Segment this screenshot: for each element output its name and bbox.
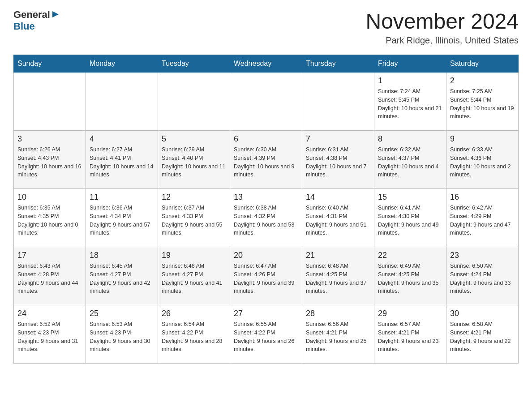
calendar-cell: 22Sunrise: 6:49 AMSunset: 4:25 PMDayligh… bbox=[374, 247, 446, 305]
day-info: Sunrise: 6:37 AMSunset: 4:33 PMDaylight:… bbox=[162, 204, 226, 237]
calendar-cell bbox=[158, 73, 230, 131]
day-info: Sunrise: 6:33 AMSunset: 4:36 PMDaylight:… bbox=[450, 146, 515, 179]
day-info: Sunrise: 6:38 AMSunset: 4:32 PMDaylight:… bbox=[234, 204, 298, 237]
day-number: 3 bbox=[17, 134, 82, 144]
day-number: 23 bbox=[450, 251, 515, 260]
day-info: Sunrise: 6:55 AMSunset: 4:22 PMDaylight:… bbox=[234, 320, 298, 354]
day-info: Sunrise: 6:54 AMSunset: 4:22 PMDaylight:… bbox=[162, 320, 226, 354]
day-info: Sunrise: 6:49 AMSunset: 4:25 PMDaylight:… bbox=[378, 262, 442, 295]
day-number: 2 bbox=[450, 76, 515, 86]
calendar-cell: 15Sunrise: 6:41 AMSunset: 4:30 PMDayligh… bbox=[374, 189, 446, 247]
day-info: Sunrise: 6:27 AMSunset: 4:41 PMDaylight:… bbox=[90, 146, 154, 179]
day-info: Sunrise: 6:30 AMSunset: 4:39 PMDaylight:… bbox=[234, 146, 298, 179]
title-section: November 2024 Park Ridge, Illinois, Unit… bbox=[365, 9, 519, 46]
header-wednesday: Wednesday bbox=[230, 55, 302, 73]
calendar-cell: 3Sunrise: 6:26 AMSunset: 4:43 PMDaylight… bbox=[14, 131, 86, 189]
calendar-cell bbox=[86, 73, 158, 131]
day-number: 22 bbox=[378, 251, 442, 260]
day-number: 25 bbox=[90, 309, 154, 318]
header-monday: Monday bbox=[86, 55, 158, 73]
calendar-week-4: 17Sunrise: 6:43 AMSunset: 4:28 PMDayligh… bbox=[14, 247, 519, 305]
day-number: 26 bbox=[162, 309, 226, 318]
calendar-cell: 9Sunrise: 6:33 AMSunset: 4:36 PMDaylight… bbox=[446, 131, 519, 189]
calendar-cell: 18Sunrise: 6:45 AMSunset: 4:27 PMDayligh… bbox=[86, 247, 158, 305]
day-number: 29 bbox=[378, 309, 442, 318]
day-info: Sunrise: 7:24 AMSunset: 5:45 PMDaylight:… bbox=[378, 87, 442, 121]
calendar-cell: 5Sunrise: 6:29 AMSunset: 4:40 PMDaylight… bbox=[158, 131, 230, 189]
day-number: 12 bbox=[162, 193, 226, 202]
day-info: Sunrise: 6:53 AMSunset: 4:23 PMDaylight:… bbox=[90, 320, 154, 354]
logo-general: General bbox=[13, 9, 50, 21]
day-number: 13 bbox=[234, 193, 298, 202]
calendar-cell: 4Sunrise: 6:27 AMSunset: 4:41 PMDaylight… bbox=[86, 131, 158, 189]
day-number: 24 bbox=[17, 309, 82, 318]
calendar-cell: 21Sunrise: 6:48 AMSunset: 4:25 PMDayligh… bbox=[302, 247, 374, 305]
day-number: 14 bbox=[306, 193, 370, 202]
calendar-cell: 16Sunrise: 6:42 AMSunset: 4:29 PMDayligh… bbox=[446, 189, 519, 247]
calendar-cell: 13Sunrise: 6:38 AMSunset: 4:32 PMDayligh… bbox=[230, 189, 302, 247]
day-number: 15 bbox=[378, 193, 442, 202]
header-tuesday: Tuesday bbox=[158, 55, 230, 73]
calendar-cell: 8Sunrise: 6:32 AMSunset: 4:37 PMDaylight… bbox=[374, 131, 446, 189]
day-number: 5 bbox=[162, 134, 226, 144]
calendar-week-5: 24Sunrise: 6:52 AMSunset: 4:23 PMDayligh… bbox=[14, 305, 519, 364]
day-info: Sunrise: 6:57 AMSunset: 4:21 PMDaylight:… bbox=[378, 320, 442, 354]
calendar-cell: 28Sunrise: 6:56 AMSunset: 4:21 PMDayligh… bbox=[302, 305, 374, 364]
calendar-cell: 1Sunrise: 7:24 AMSunset: 5:45 PMDaylight… bbox=[374, 73, 446, 131]
calendar-cell bbox=[14, 73, 86, 131]
svg-marker-0 bbox=[52, 11, 59, 17]
calendar-cell: 30Sunrise: 6:58 AMSunset: 4:21 PMDayligh… bbox=[446, 305, 519, 364]
logo-blue: Blue bbox=[13, 21, 35, 32]
calendar-cell: 11Sunrise: 6:36 AMSunset: 4:34 PMDayligh… bbox=[86, 189, 158, 247]
day-info: Sunrise: 6:31 AMSunset: 4:38 PMDaylight:… bbox=[306, 146, 370, 179]
day-number: 18 bbox=[90, 251, 154, 260]
header-saturday: Saturday bbox=[446, 55, 519, 73]
calendar-week-1: 1Sunrise: 7:24 AMSunset: 5:45 PMDaylight… bbox=[14, 73, 519, 131]
weekday-header-row: Sunday Monday Tuesday Wednesday Thursday… bbox=[14, 55, 519, 73]
logo: General Blue bbox=[13, 9, 60, 32]
day-number: 20 bbox=[234, 251, 298, 260]
calendar-cell: 25Sunrise: 6:53 AMSunset: 4:23 PMDayligh… bbox=[86, 305, 158, 364]
day-number: 1 bbox=[378, 76, 442, 86]
day-info: Sunrise: 6:35 AMSunset: 4:35 PMDaylight:… bbox=[17, 204, 82, 237]
calendar-cell: 7Sunrise: 6:31 AMSunset: 4:38 PMDaylight… bbox=[302, 131, 374, 189]
day-number: 27 bbox=[234, 309, 298, 318]
calendar-week-2: 3Sunrise: 6:26 AMSunset: 4:43 PMDaylight… bbox=[14, 131, 519, 189]
day-number: 10 bbox=[17, 193, 82, 202]
day-info: Sunrise: 6:46 AMSunset: 4:27 PMDaylight:… bbox=[162, 262, 226, 295]
calendar-cell: 19Sunrise: 6:46 AMSunset: 4:27 PMDayligh… bbox=[158, 247, 230, 305]
day-number: 9 bbox=[450, 134, 515, 144]
day-info: Sunrise: 6:42 AMSunset: 4:29 PMDaylight:… bbox=[450, 204, 515, 237]
day-info: Sunrise: 6:26 AMSunset: 4:43 PMDaylight:… bbox=[17, 146, 82, 179]
logo-arrow-icon bbox=[51, 10, 60, 20]
calendar-table: Sunday Monday Tuesday Wednesday Thursday… bbox=[13, 55, 519, 364]
calendar-cell: 10Sunrise: 6:35 AMSunset: 4:35 PMDayligh… bbox=[14, 189, 86, 247]
day-number: 17 bbox=[17, 251, 82, 260]
calendar-cell: 26Sunrise: 6:54 AMSunset: 4:22 PMDayligh… bbox=[158, 305, 230, 364]
day-number: 7 bbox=[306, 134, 370, 144]
calendar-cell: 23Sunrise: 6:50 AMSunset: 4:24 PMDayligh… bbox=[446, 247, 519, 305]
day-info: Sunrise: 6:29 AMSunset: 4:40 PMDaylight:… bbox=[162, 146, 226, 179]
day-number: 16 bbox=[450, 193, 515, 202]
day-number: 8 bbox=[378, 134, 442, 144]
header-thursday: Thursday bbox=[302, 55, 374, 73]
day-info: Sunrise: 6:48 AMSunset: 4:25 PMDaylight:… bbox=[306, 262, 370, 295]
calendar-cell: 29Sunrise: 6:57 AMSunset: 4:21 PMDayligh… bbox=[374, 305, 446, 364]
calendar-cell: 27Sunrise: 6:55 AMSunset: 4:22 PMDayligh… bbox=[230, 305, 302, 364]
day-number: 4 bbox=[90, 134, 154, 144]
day-info: Sunrise: 6:41 AMSunset: 4:30 PMDaylight:… bbox=[378, 204, 442, 237]
day-info: Sunrise: 7:25 AMSunset: 5:44 PMDaylight:… bbox=[450, 87, 515, 121]
day-info: Sunrise: 6:32 AMSunset: 4:37 PMDaylight:… bbox=[378, 146, 442, 179]
day-info: Sunrise: 6:45 AMSunset: 4:27 PMDaylight:… bbox=[90, 262, 154, 295]
day-info: Sunrise: 6:36 AMSunset: 4:34 PMDaylight:… bbox=[90, 204, 154, 237]
location: Park Ridge, Illinois, United States bbox=[365, 35, 519, 46]
calendar-cell: 2Sunrise: 7:25 AMSunset: 5:44 PMDaylight… bbox=[446, 73, 519, 131]
day-info: Sunrise: 6:50 AMSunset: 4:24 PMDaylight:… bbox=[450, 262, 515, 295]
day-info: Sunrise: 6:58 AMSunset: 4:21 PMDaylight:… bbox=[450, 320, 515, 354]
calendar-cell: 6Sunrise: 6:30 AMSunset: 4:39 PMDaylight… bbox=[230, 131, 302, 189]
day-number: 21 bbox=[306, 251, 370, 260]
calendar-cell bbox=[302, 73, 374, 131]
day-info: Sunrise: 6:52 AMSunset: 4:23 PMDaylight:… bbox=[17, 320, 82, 354]
calendar-week-3: 10Sunrise: 6:35 AMSunset: 4:35 PMDayligh… bbox=[14, 189, 519, 247]
calendar-cell: 12Sunrise: 6:37 AMSunset: 4:33 PMDayligh… bbox=[158, 189, 230, 247]
